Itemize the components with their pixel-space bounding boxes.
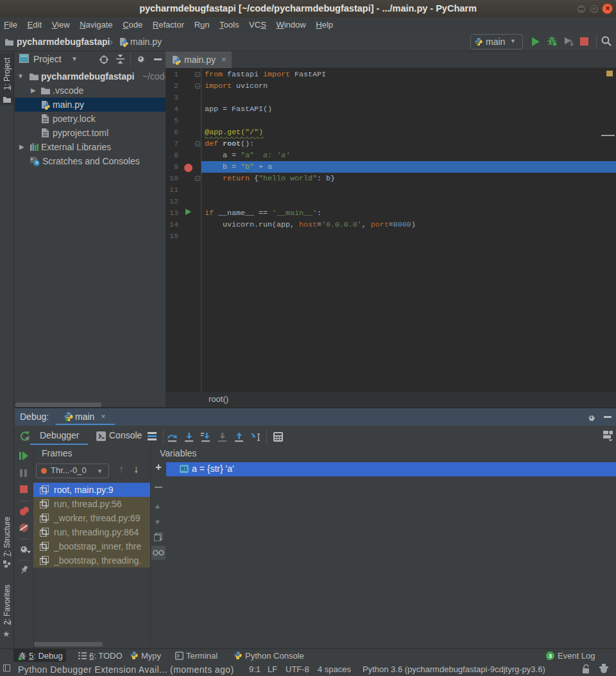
svg-text:3: 3	[549, 653, 552, 659]
